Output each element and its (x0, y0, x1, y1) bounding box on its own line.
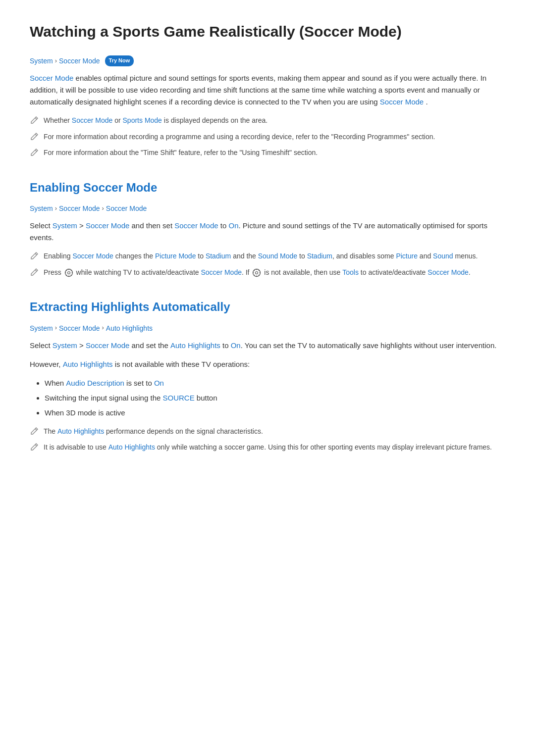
highlights-body2: However, Auto Highlights is not availabl… (30, 358, 505, 370)
intro-notes: Whether Soccer Mode or Sports Mode is di… (30, 115, 505, 158)
enabling-breadcrumb-system[interactable]: System (30, 203, 53, 214)
svg-line-11 (66, 270, 66, 271)
highlights-breadcrumb: System › Soccer Mode › Auto Highlights (30, 323, 505, 334)
highlights-notes: The Auto Highlights performance depends … (30, 426, 505, 453)
svg-line-4 (35, 270, 37, 271)
enabling-note-text-2: Press while watching TV to activate/deac… (44, 267, 471, 278)
note-item-1: Whether Soccer Mode or Sports Mode is di… (30, 115, 505, 126)
note-item-3: For more information about the "Time Shi… (30, 147, 505, 158)
svg-line-3 (35, 253, 37, 255)
highlights-body1: Select System > Soccer Mode and set the … (30, 340, 505, 352)
svg-line-21 (254, 270, 255, 271)
note-text-1: Whether Soccer Mode or Sports Mode is di… (44, 115, 268, 126)
gear-icon-inline-1 (64, 268, 73, 277)
note-text-3: For more information about the "Time Shi… (44, 147, 318, 158)
enabling-note-1: Enabling Soccer Mode changes the Picture… (30, 251, 505, 261)
note-item-2: For more information about recording a p… (30, 131, 505, 142)
enabling-breadcrumb: System › Soccer Mode › Soccer Mode (30, 203, 505, 214)
highlights-bullet-1: When Audio Description is set to On (45, 377, 505, 389)
highlights-note-text-1: The Auto Highlights performance depends … (44, 426, 263, 437)
enabling-note-text-1: Enabling Soccer Mode changes the Picture… (44, 251, 478, 261)
pencil-icon-1 (30, 116, 39, 125)
soccer-mode-link-intro2[interactable]: Soccer Mode (380, 98, 424, 106)
svg-line-24 (254, 275, 255, 275)
breadcrumb-soccer-mode[interactable]: Soccer Mode (59, 55, 100, 66)
enabling-note-2: Press while watching TV to activate/deac… (30, 267, 505, 278)
enabling-notes: Enabling Soccer Mode changes the Picture… (30, 251, 505, 278)
gear-icon-inline-2 (252, 268, 261, 277)
soccer-mode-link-intro[interactable]: Soccer Mode (30, 74, 73, 82)
svg-line-1 (35, 134, 37, 136)
highlights-bullet-list: When Audio Description is set to On Swit… (30, 377, 505, 419)
highlights-breadcrumb-soccer[interactable]: Soccer Mode (59, 323, 100, 334)
svg-line-22 (259, 275, 259, 275)
enabling-breadcrumb-soccer1[interactable]: Soccer Mode (59, 203, 100, 214)
highlights-note-2: It is advisable to use Auto Highlights o… (30, 442, 505, 453)
svg-point-16 (256, 272, 258, 274)
enabling-section: Enabling Soccer Mode System › Soccer Mod… (30, 178, 505, 278)
breadcrumb-sep-1: › (55, 56, 57, 66)
breadcrumb-system[interactable]: System (30, 55, 53, 66)
highlights-breadcrumb-system[interactable]: System (30, 323, 53, 334)
highlights-bullet-2: Switching the input signal using the SOU… (45, 392, 505, 404)
svg-line-23 (259, 270, 259, 271)
svg-line-13 (71, 270, 71, 271)
pencil-icon-4 (30, 252, 39, 260)
svg-line-0 (35, 118, 37, 119)
svg-line-14 (66, 275, 66, 275)
highlights-breadcrumb-auto[interactable]: Auto Highlights (106, 323, 153, 334)
intro-body: Soccer Mode enables optimal picture and … (30, 72, 505, 108)
pencil-icon-5 (30, 268, 39, 277)
highlights-bullet-3: When 3D mode is active (45, 407, 505, 419)
svg-line-12 (71, 275, 71, 275)
highlights-heading: Extracting Highlights Automatically (30, 298, 505, 316)
enabling-breadcrumb-soccer2[interactable]: Soccer Mode (106, 203, 147, 214)
highlights-note-text-2: It is advisable to use Auto Highlights o… (44, 442, 492, 453)
try-now-badge[interactable]: Try Now (105, 55, 134, 66)
svg-line-25 (35, 429, 37, 430)
highlights-section: Extracting Highlights Automatically Syst… (30, 298, 505, 453)
svg-line-26 (35, 445, 37, 446)
pencil-icon-6 (30, 427, 39, 436)
note-text-2: For more information about recording a p… (44, 131, 435, 142)
pencil-icon-3 (30, 148, 39, 157)
highlights-note-1: The Auto Highlights performance depends … (30, 426, 505, 437)
page-title: Watching a Sports Game Realistically (So… (30, 20, 505, 44)
enabling-body: Select System > Soccer Mode and then set… (30, 220, 505, 244)
pencil-icon-7 (30, 443, 39, 452)
svg-line-2 (35, 150, 37, 151)
intro-breadcrumb: System › Soccer Mode Try Now (30, 55, 505, 66)
svg-point-6 (67, 272, 70, 274)
enabling-heading: Enabling Soccer Mode (30, 178, 505, 197)
pencil-icon-2 (30, 132, 39, 141)
